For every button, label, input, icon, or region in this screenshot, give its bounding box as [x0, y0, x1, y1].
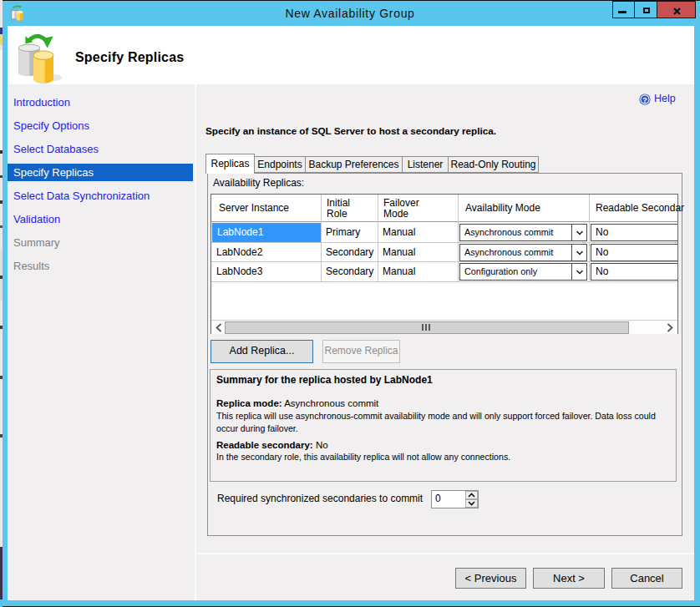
svg-text:?: ? — [642, 95, 647, 104]
